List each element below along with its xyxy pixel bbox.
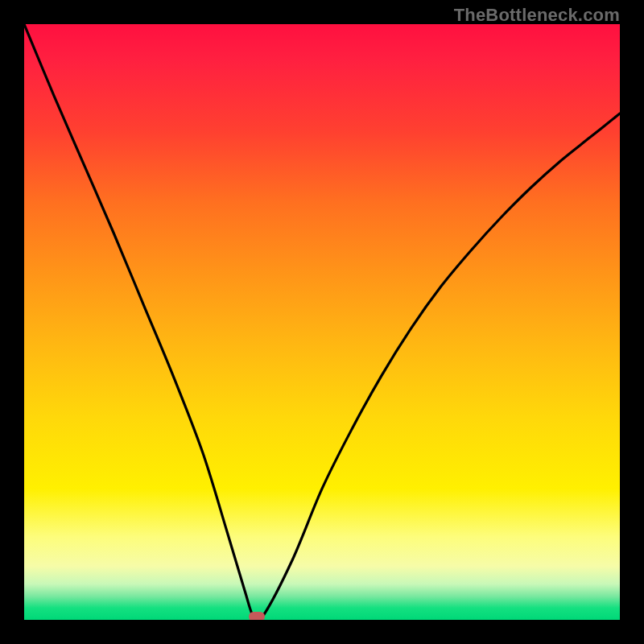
plot-area <box>24 24 620 620</box>
min-point-marker <box>249 612 265 620</box>
gradient-background <box>24 24 620 620</box>
watermark-text: TheBottleneck.com <box>454 5 620 26</box>
chart-frame: TheBottleneck.com <box>0 0 644 644</box>
